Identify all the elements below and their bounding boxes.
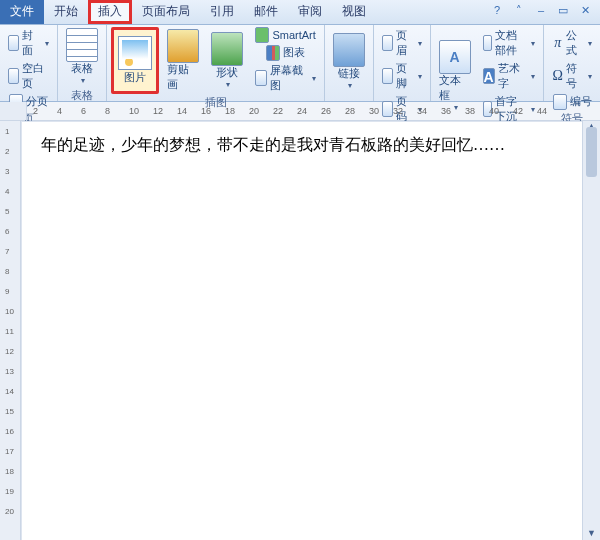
picture-icon — [118, 36, 152, 70]
ruler-tick: 2 — [5, 147, 9, 156]
tab-file[interactable]: 文件 — [0, 0, 44, 24]
ruler-tick: 10 — [5, 307, 14, 316]
tab-home[interactable]: 开始 — [44, 0, 88, 24]
ruler-corner — [0, 102, 27, 120]
tab-layout[interactable]: 页面布局 — [132, 0, 200, 24]
tab-mailings[interactable]: 邮件 — [244, 0, 288, 24]
ruler-tick: 8 — [105, 106, 110, 116]
blank-page-button[interactable]: 空白页 — [4, 60, 53, 92]
ruler-tick: 8 — [5, 267, 9, 276]
document-page[interactable]: 年的足迹，少年的梦想，带不走的是我对青石板路的美好回忆…… — [21, 121, 582, 540]
ruler-tick: 14 — [177, 106, 187, 116]
equation-button[interactable]: π公式▾ — [548, 27, 596, 59]
ruler-tick: 44 — [537, 106, 547, 116]
ruler-tick: 4 — [57, 106, 62, 116]
group-text: A 文本框▾ 文档部件▾ A艺术字▾ 首字下沉▾ 文本 — [431, 25, 545, 101]
ruler-tick: 42 — [513, 106, 523, 116]
ribbon-tabs: 文件 开始 插入 页面布局 引用 邮件 审阅 视图 ? ˄ – ▭ ✕ — [0, 0, 600, 25]
ruler-tick: 2 — [33, 106, 38, 116]
document-area: 1234567891011121314151617181920 年的足迹，少年的… — [0, 121, 600, 540]
clipart-button[interactable]: 剪贴画 — [163, 27, 203, 94]
symbol-button[interactable]: Ω符号▾ — [548, 60, 596, 92]
ruler-tick: 38 — [465, 106, 475, 116]
ribbon-collapse-icon[interactable]: ˄ — [512, 4, 526, 18]
ruler-tick: 19 — [5, 487, 14, 496]
group-illustrations: 图片 剪贴画 形状▾ SmartArt 图表 屏幕截图▾ 插图 — [107, 25, 324, 101]
ruler-tick: 16 — [201, 106, 211, 116]
ruler-row: 2468101214161820222426283032343638404244 — [0, 102, 600, 121]
ruler-tick: 6 — [81, 106, 86, 116]
group-header-footer: 页眉▾ 页脚▾ 页码▾ 页眉和页脚 — [374, 25, 431, 101]
header-button[interactable]: 页眉▾ — [378, 27, 426, 59]
ruler-tick: 30 — [369, 106, 379, 116]
ruler-tick: 13 — [5, 367, 14, 376]
ruler-tick: 3 — [5, 167, 9, 176]
tab-review[interactable]: 审阅 — [288, 0, 332, 24]
footer-button[interactable]: 页脚▾ — [378, 60, 426, 92]
ruler-tick: 24 — [297, 106, 307, 116]
wordart-button[interactable]: A艺术字▾ — [479, 60, 540, 92]
table-icon — [66, 29, 98, 61]
ruler-tick: 15 — [5, 407, 14, 416]
ruler-tick: 6 — [5, 227, 9, 236]
shapes-button[interactable]: 形状▾ — [207, 27, 247, 94]
ruler-tick: 17 — [5, 447, 14, 456]
ruler-tick: 26 — [321, 106, 331, 116]
ruler-tick: 22 — [273, 106, 283, 116]
ruler-tick: 12 — [153, 106, 163, 116]
ruler-tick: 18 — [225, 106, 235, 116]
tab-view[interactable]: 视图 — [332, 0, 376, 24]
quick-parts-button[interactable]: 文档部件▾ — [479, 27, 540, 59]
close-icon[interactable]: ✕ — [578, 4, 592, 18]
group-links: 链接▾ — [325, 25, 374, 101]
group-pages: 封面▾ 空白页 分页 页 — [0, 25, 58, 101]
document-text: 年的足迹，少年的梦想，带不走的是我对青石板路的美好回忆…… — [41, 131, 562, 160]
link-icon — [333, 34, 365, 66]
screenshot-button[interactable]: 屏幕截图▾ — [251, 62, 319, 94]
chart-button[interactable]: 图表 — [251, 44, 319, 61]
ruler-tick: 10 — [129, 106, 139, 116]
group-label — [329, 97, 369, 99]
ruler-tick: 11 — [5, 327, 14, 336]
picture-button[interactable]: 图片 — [111, 27, 159, 94]
links-button[interactable]: 链接▾ — [329, 27, 369, 97]
ruler-tick: 5 — [5, 207, 9, 216]
ruler-tick: 12 — [5, 347, 14, 356]
clipart-icon — [167, 30, 199, 62]
ruler-tick: 1 — [5, 127, 9, 136]
vertical-ruler[interactable]: 1234567891011121314151617181920 — [0, 121, 21, 540]
tab-references[interactable]: 引用 — [200, 0, 244, 24]
ruler-tick: 36 — [441, 106, 451, 116]
minimize-icon[interactable]: – — [534, 4, 548, 18]
ruler-tick: 4 — [5, 187, 9, 196]
table-button[interactable]: 表格▾ — [62, 27, 102, 87]
tab-insert[interactable]: 插入 — [88, 0, 132, 24]
ruler-tick: 18 — [5, 467, 14, 476]
ruler-tick: 32 — [393, 106, 403, 116]
ruler-tick: 20 — [249, 106, 259, 116]
cover-page-button[interactable]: 封面▾ — [4, 27, 53, 59]
ruler-tick: 34 — [417, 106, 427, 116]
group-table: 表格▾ 表格 — [58, 25, 107, 101]
scroll-down-arrow[interactable]: ▼ — [583, 528, 600, 540]
ruler-tick: 28 — [345, 106, 355, 116]
scroll-thumb[interactable] — [586, 127, 597, 177]
smartart-button[interactable]: SmartArt — [251, 27, 319, 43]
app-window: 文件 开始 插入 页面布局 引用 邮件 审阅 视图 ? ˄ – ▭ ✕ 封面▾ … — [0, 0, 600, 540]
ruler-tick: 20 — [5, 507, 14, 516]
textbox-icon: A — [439, 41, 471, 73]
horizontal-ruler[interactable]: 2468101214161820222426283032343638404244 — [27, 102, 600, 120]
vertical-scrollbar[interactable]: ▲ ▼ — [582, 121, 600, 540]
window-controls: ? ˄ – ▭ ✕ — [482, 0, 600, 24]
help-icon[interactable]: ? — [490, 4, 504, 18]
shapes-icon — [211, 33, 243, 65]
group-symbols: π公式▾ Ω符号▾ 编号 符号 — [544, 25, 600, 101]
restore-icon[interactable]: ▭ — [556, 4, 570, 18]
ribbon: 封面▾ 空白页 分页 页 表格▾ 表格 图片 — [0, 25, 600, 102]
ruler-tick: 14 — [5, 387, 14, 396]
ruler-tick: 40 — [489, 106, 499, 116]
ruler-tick: 7 — [5, 247, 9, 256]
ruler-tick: 16 — [5, 427, 14, 436]
ruler-tick: 9 — [5, 287, 9, 296]
